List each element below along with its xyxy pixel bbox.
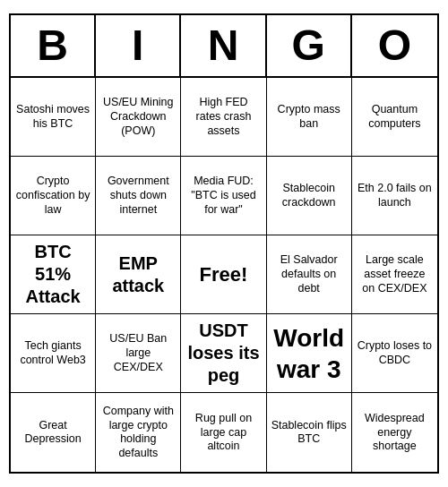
bingo-cell: US/EU Mining Crackdown (POW) bbox=[96, 78, 181, 157]
bingo-header: BINGO bbox=[11, 15, 437, 79]
bingo-cell: Crypto confiscation by law bbox=[11, 157, 96, 235]
bingo-cell: El Salvador defaults on debt bbox=[267, 235, 352, 314]
bingo-cell: Media FUD: "BTC is used for war" bbox=[181, 157, 266, 235]
bingo-cell: Government shuts down internet bbox=[96, 157, 181, 235]
bingo-cell: Widespread energy shortage bbox=[352, 393, 437, 472]
bingo-cell: World war 3 bbox=[267, 314, 352, 393]
bingo-cell: USDT loses its peg bbox=[181, 314, 266, 393]
bingo-cell: Stablecoin flips BTC bbox=[267, 393, 352, 472]
bingo-cell: Tech giants control Web3 bbox=[11, 314, 96, 393]
bingo-cell: Great Depression bbox=[11, 393, 96, 472]
bingo-cell: Stablecoin crackdown bbox=[267, 157, 352, 235]
bingo-letter: I bbox=[96, 15, 181, 77]
bingo-letter: O bbox=[352, 15, 437, 77]
bingo-cell: Rug pull on large cap altcoin bbox=[181, 393, 266, 472]
bingo-cell: Crypto loses to CBDC bbox=[352, 314, 437, 393]
bingo-letter: B bbox=[11, 15, 96, 77]
bingo-letter: N bbox=[181, 15, 266, 77]
bingo-cell: Crypto mass ban bbox=[267, 78, 352, 157]
bingo-cell: Company with large crypto holding defaul… bbox=[96, 393, 181, 472]
bingo-cell: BTC 51% Attack bbox=[11, 235, 96, 314]
bingo-cell: Large scale asset freeze on CEX/DEX bbox=[352, 235, 437, 314]
bingo-cell: EMP attack bbox=[96, 235, 181, 314]
bingo-cell: Free! bbox=[181, 235, 266, 314]
bingo-cell: Satoshi moves his BTC bbox=[11, 78, 96, 157]
bingo-cell: US/EU Ban large CEX/DEX bbox=[96, 314, 181, 393]
bingo-cell: High FED rates crash assets bbox=[181, 78, 266, 157]
bingo-grid: Satoshi moves his BTCUS/EU Mining Crackd… bbox=[11, 78, 437, 472]
bingo-letter: G bbox=[267, 15, 352, 77]
bingo-cell: Quantum computers bbox=[352, 78, 437, 157]
bingo-card: BINGO Satoshi moves his BTCUS/EU Mining … bbox=[9, 13, 439, 474]
bingo-cell: Eth 2.0 fails on launch bbox=[352, 157, 437, 235]
